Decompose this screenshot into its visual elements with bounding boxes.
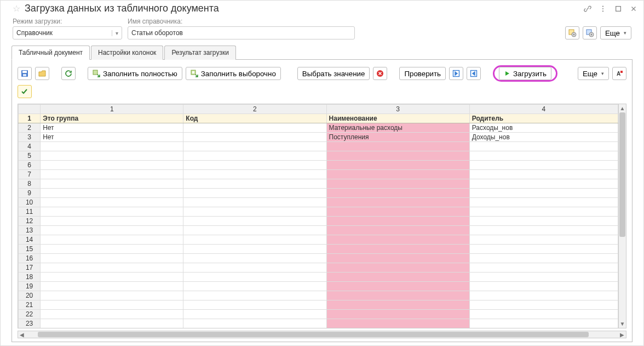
- row-number[interactable]: 11: [19, 207, 41, 217]
- grid-cell[interactable]: [326, 273, 469, 282]
- row-number[interactable]: 18: [19, 273, 41, 282]
- grid-cell[interactable]: [183, 189, 326, 198]
- grid-cell[interactable]: [469, 235, 618, 245]
- row-number[interactable]: 21: [19, 300, 41, 310]
- grid-cell[interactable]: [469, 291, 618, 300]
- grid-cell[interactable]: [183, 291, 326, 300]
- fill-selective-button[interactable]: Заполнить выборочно: [186, 67, 281, 80]
- next-error-button[interactable]: [449, 67, 463, 80]
- row-number[interactable]: 13: [19, 226, 41, 235]
- row-number[interactable]: 14: [19, 235, 41, 245]
- link-icon[interactable]: [583, 4, 592, 13]
- row-number[interactable]: 16: [19, 254, 41, 263]
- grid-cell[interactable]: [469, 179, 618, 189]
- grid-cell[interactable]: [469, 207, 618, 217]
- grid-cell[interactable]: [326, 179, 469, 189]
- check-button[interactable]: Проверить: [399, 67, 446, 80]
- grid-cell[interactable]: [41, 319, 183, 328]
- grid-cell[interactable]: [469, 226, 618, 235]
- tab-document[interactable]: Табличный документ: [12, 46, 90, 60]
- grid-cell[interactable]: [41, 226, 183, 235]
- horizontal-scroll-thumb[interactable]: [38, 332, 589, 337]
- grid-cell[interactable]: [41, 151, 183, 161]
- grid-cell[interactable]: [326, 263, 469, 273]
- grid-cell[interactable]: [326, 282, 469, 291]
- grid-cell[interactable]: [183, 282, 326, 291]
- grid-cell[interactable]: [41, 300, 183, 310]
- row-number[interactable]: 15: [19, 245, 41, 254]
- grid-cell[interactable]: [326, 291, 469, 300]
- load-button[interactable]: Загрузить: [499, 67, 551, 80]
- grid-cell[interactable]: [326, 226, 469, 235]
- grid-cell[interactable]: [326, 235, 469, 245]
- row-number[interactable]: 19: [19, 282, 41, 291]
- grid-cell[interactable]: [41, 189, 183, 198]
- refresh-button[interactable]: [61, 67, 76, 80]
- field-header-cell[interactable]: Код: [183, 114, 326, 123]
- grid-cell[interactable]: [469, 198, 618, 207]
- grid-cell[interactable]: [183, 207, 326, 217]
- scroll-up-icon[interactable]: ▲: [620, 104, 625, 112]
- grid-cell[interactable]: [183, 245, 326, 254]
- scroll-left-icon[interactable]: ◀: [18, 332, 26, 338]
- row-number[interactable]: 17: [19, 263, 41, 273]
- row-number[interactable]: 22: [19, 310, 41, 319]
- grid-cell[interactable]: [183, 319, 326, 328]
- field-header-cell[interactable]: Это группа: [41, 114, 183, 123]
- row-number[interactable]: 20: [19, 291, 41, 300]
- vertical-scroll-thumb[interactable]: [619, 112, 625, 237]
- row-number[interactable]: 3: [19, 133, 41, 142]
- row-number[interactable]: 12: [19, 217, 41, 226]
- row-number[interactable]: 4: [19, 142, 41, 151]
- check-all-button[interactable]: [18, 85, 32, 98]
- grid-cell[interactable]: Поступления: [326, 133, 469, 142]
- row-number[interactable]: 10: [19, 198, 41, 207]
- grid-cell[interactable]: [326, 189, 469, 198]
- col-header-2[interactable]: 2: [183, 105, 326, 114]
- grid-cell[interactable]: [41, 170, 183, 179]
- grid-cell[interactable]: [469, 319, 618, 328]
- row-number[interactable]: 5: [19, 151, 41, 161]
- grid-cell[interactable]: [469, 263, 618, 273]
- grid-cell[interactable]: [183, 142, 326, 151]
- more-button-top[interactable]: Еще ▾: [600, 26, 631, 39]
- grid-cell[interactable]: [469, 217, 618, 226]
- grid-cell[interactable]: [183, 198, 326, 207]
- grid-cell[interactable]: [183, 179, 326, 189]
- row-number[interactable]: 23: [19, 319, 41, 328]
- grid-cell[interactable]: [183, 161, 326, 170]
- grid-cell[interactable]: [326, 161, 469, 170]
- grid-cell[interactable]: [326, 300, 469, 310]
- open-button[interactable]: [35, 67, 49, 80]
- grid-cell[interactable]: [41, 198, 183, 207]
- grid-cell[interactable]: Нет: [41, 123, 183, 133]
- grid-cell[interactable]: [469, 254, 618, 263]
- grid-cell[interactable]: [183, 151, 326, 161]
- grid-cell[interactable]: [41, 142, 183, 151]
- spreadsheet-grid[interactable]: 1 2 3 4 1Это группаКодНаименованиеРодите…: [18, 104, 619, 328]
- col-header-4[interactable]: 4: [469, 105, 618, 114]
- corner-cell[interactable]: [19, 105, 41, 114]
- grid-cell[interactable]: [41, 161, 183, 170]
- grid-cell[interactable]: [326, 254, 469, 263]
- grid-cell[interactable]: [326, 198, 469, 207]
- grid-cell[interactable]: [469, 189, 618, 198]
- grid-cell[interactable]: [41, 282, 183, 291]
- grid-cell[interactable]: Нет: [41, 133, 183, 142]
- grid-cell[interactable]: [41, 245, 183, 254]
- scroll-down-icon[interactable]: ▼: [620, 320, 625, 328]
- grid-cell[interactable]: [469, 142, 618, 151]
- row-number[interactable]: 1: [19, 114, 41, 123]
- toolbar-more-button[interactable]: Еще ▾: [578, 67, 609, 80]
- settings-button-2[interactable]: [583, 26, 597, 39]
- grid-cell[interactable]: [41, 254, 183, 263]
- grid-cell[interactable]: [469, 282, 618, 291]
- field-header-cell[interactable]: Родитель: [469, 114, 618, 123]
- grid-cell[interactable]: [183, 254, 326, 263]
- grid-cell[interactable]: [183, 235, 326, 245]
- grid-cell[interactable]: Материальные расходы: [326, 123, 469, 133]
- grid-cell[interactable]: [469, 151, 618, 161]
- row-number[interactable]: 8: [19, 179, 41, 189]
- grid-cell[interactable]: [469, 170, 618, 179]
- grid-cell[interactable]: [41, 291, 183, 300]
